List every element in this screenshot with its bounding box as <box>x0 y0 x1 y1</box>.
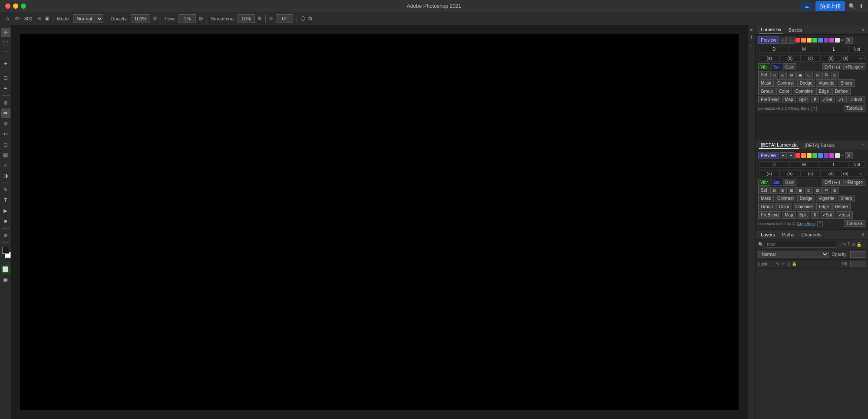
color-dot-red[interactable] <box>795 38 800 43</box>
brush-settings-icon[interactable]: ⊙ <box>38 16 42 21</box>
icon-btn-3[interactable]: ⊠ <box>788 72 795 79</box>
beta-color-dot-orange[interactable] <box>801 153 806 158</box>
a-cell[interactable]: (a) <box>759 55 779 62</box>
beta-vibr-button[interactable]: Vibr <box>758 179 770 186</box>
vignette-button[interactable]: Vignette <box>816 79 837 87</box>
lock-icon-4[interactable]: ⊡ <box>786 262 790 266</box>
beta-color-dot-pink[interactable] <box>829 153 834 158</box>
color-dot-purple[interactable] <box>824 38 828 43</box>
color-dot-orange[interactable] <box>801 38 806 43</box>
sel-button[interactable]: Sel <box>758 71 769 79</box>
beta-icon-btn-3[interactable]: ⊠ <box>788 187 795 194</box>
panel-collapse-btn[interactable]: ≡ <box>862 27 865 32</box>
gam-button[interactable]: Gam <box>783 63 797 70</box>
blur-tool[interactable]: ○ <box>1 160 10 170</box>
group-button[interactable]: Group <box>758 88 776 95</box>
icon-btn-4[interactable]: ▣ <box>796 72 804 79</box>
beta-icon-btn-8[interactable]: ⊞ <box>831 187 839 194</box>
color-dot-yellow[interactable] <box>807 38 812 43</box>
b-cell[interactable]: (b) <box>779 55 800 62</box>
layer-icon-4[interactable]: ⊡ <box>851 242 855 247</box>
opacity-value-input[interactable] <box>850 251 865 258</box>
beta-edge-button[interactable]: Edge <box>816 203 832 210</box>
opacity-settings-icon[interactable]: ⚙ <box>153 16 157 21</box>
beta-gam-button[interactable]: Gam <box>783 179 797 186</box>
beta-panel-collapse-btn[interactable]: ≡ <box>862 143 865 147</box>
m-cell[interactable]: M <box>789 46 819 52</box>
layer-icon-2[interactable]: ✎ <box>843 242 846 247</box>
beta-b-cell[interactable]: (b) <box>779 170 800 177</box>
flow-input[interactable] <box>178 14 196 23</box>
e-cell[interactable]: (e) ✏ <box>842 56 865 61</box>
dodge-tool[interactable]: ◑ <box>1 171 10 180</box>
before-button[interactable]: Before <box>832 88 850 95</box>
beta-group-button[interactable]: Group <box>758 203 776 210</box>
crop-tool[interactable]: ⊡ <box>1 73 10 83</box>
e-pencil[interactable]: ✏ <box>859 56 863 61</box>
lock-icon-2[interactable]: ✎ <box>776 262 779 266</box>
beta-icon-btn-4[interactable]: ▣ <box>796 187 804 194</box>
beta-color-dot-white[interactable] <box>835 153 840 158</box>
gradient-tool[interactable]: ▤ <box>1 150 10 160</box>
d2-cell[interactable]: (d) <box>821 55 841 62</box>
vdust-button[interactable]: ✓dust <box>848 96 865 103</box>
beta-not-cell[interactable]: Not <box>849 161 865 168</box>
beta-l-cell[interactable]: L <box>819 161 849 168</box>
smoothing-input[interactable] <box>238 14 255 23</box>
brush-preset-icon[interactable]: ▣ <box>44 15 50 22</box>
beta-d2-cell[interactable]: (d) <box>821 170 841 177</box>
split-btn[interactable]: Split <box>797 96 810 103</box>
eraser-tool[interactable]: ◻ <box>1 140 10 149</box>
beta-e-pencil[interactable]: ✏ <box>859 172 863 176</box>
beta-split-btn[interactable]: Split <box>797 211 810 219</box>
flow-icon[interactable]: ⊛ <box>198 15 203 22</box>
minimize-button[interactable] <box>13 3 18 9</box>
c-cell[interactable]: (c) <box>800 55 821 62</box>
color-dot-white[interactable] <box>835 38 840 43</box>
beta-icon-btn-6[interactable]: ⊟ <box>814 187 822 194</box>
text-tool[interactable]: T <box>1 196 10 205</box>
beta-preview-plus2[interactable]: + <box>788 152 795 159</box>
beta-before-button[interactable]: Before <box>832 203 850 210</box>
sharp-button[interactable]: Sharp <box>838 79 855 87</box>
beta-color-dot-purple[interactable] <box>824 153 828 158</box>
preview-plus1[interactable]: + <box>780 37 787 44</box>
lock-icon-3[interactable]: ✛ <box>781 262 785 266</box>
beta-color-dot-green[interactable] <box>812 153 817 158</box>
lock-icon-1[interactable]: ⬚ <box>770 262 774 266</box>
beta-icon-btn-1[interactable]: ⊟ <box>770 187 778 194</box>
beta-basics-tab[interactable]: [BETA] Basics <box>803 142 836 149</box>
search-icon[interactable]: 🔍 <box>848 3 855 10</box>
beta-if-button[interactable]: If <box>811 211 819 219</box>
preblend-button[interactable]: PreBlend <box>758 96 781 103</box>
clone-tool[interactable]: ⊚ <box>1 119 10 128</box>
layer-icon-5[interactable]: 🔒 <box>856 242 861 247</box>
beta-vignette-button[interactable]: Vignette <box>816 195 837 202</box>
symmetry-icon[interactable]: ⧉ <box>308 15 312 22</box>
color-dot-blue[interactable] <box>818 38 823 43</box>
layers-mode-select[interactable]: Normal <box>758 251 829 258</box>
layer-icon-1[interactable]: ⬚ <box>838 242 842 247</box>
upload-button[interactable]: 拍摄上传 <box>815 1 845 11</box>
beta-icon-btn-2[interactable]: ⊞ <box>779 187 787 194</box>
smoothing-settings-icon[interactable]: ⚙ <box>257 16 262 21</box>
eyedropper-tool[interactable]: ✒ <box>1 84 10 93</box>
d-cell[interactable]: D <box>759 46 789 52</box>
beta-vdust-button[interactable]: ✓dust <box>836 211 853 219</box>
angle-input[interactable] <box>276 14 293 23</box>
move-tool[interactable]: ✛ <box>1 28 10 37</box>
preview-close[interactable]: X <box>845 37 853 44</box>
opacity-input[interactable]: 100% <box>131 14 150 23</box>
beta-preview-plus1[interactable]: + <box>780 152 787 159</box>
beta-color-pencil-icon[interactable]: ✏ <box>841 153 844 158</box>
beta-color-dot-yellow[interactable] <box>807 153 812 158</box>
if-button[interactable]: If <box>811 96 819 103</box>
diff-button[interactable]: Diff (+/-) <box>822 63 842 70</box>
l-cell[interactable]: L <box>819 46 849 52</box>
icon-btn-6[interactable]: ⊟ <box>814 72 822 79</box>
icon-btn-8[interactable]: ⊞ <box>831 72 839 79</box>
beta-range-button[interactable]: <Range> <box>843 179 865 186</box>
beta-lumenzia-tab[interactable]: [BETA] Lumenzia <box>759 141 799 149</box>
fill-value-input[interactable] <box>850 261 865 267</box>
beta-a-cell[interactable]: (a) <box>759 170 779 177</box>
